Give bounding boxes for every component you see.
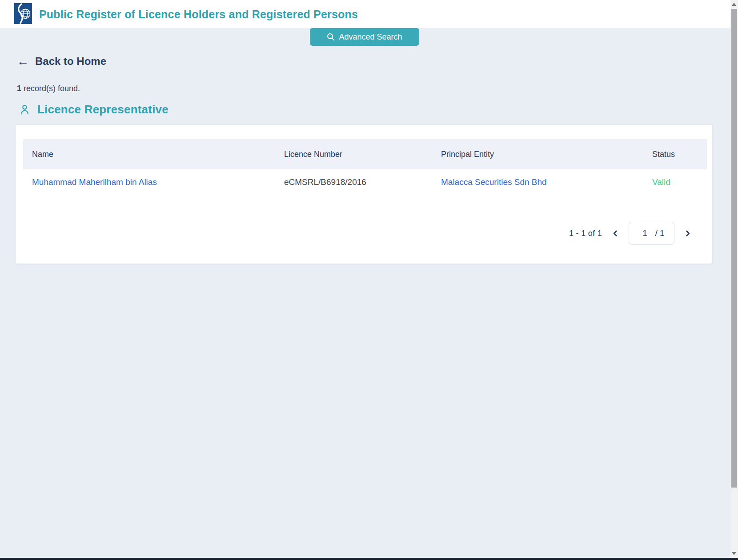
pagination-range-label: 1 - 1 of 1 — [569, 229, 602, 238]
principal-entity-link[interactable]: Malacca Securities Sdn Bhd — [441, 177, 652, 187]
table-row: Muhammad Maherilham bin Alias eCMSRL/B69… — [23, 169, 707, 195]
left-arrow-icon: ← — [17, 56, 29, 68]
back-to-home-link[interactable]: ← Back to Home — [17, 55, 106, 68]
records-suffix: record(s) found. — [24, 84, 80, 93]
column-header-name: Name — [32, 150, 284, 159]
next-page-button[interactable] — [682, 228, 694, 239]
person-icon — [19, 104, 31, 116]
chevron-left-icon — [610, 228, 620, 238]
scrollbar-thumb[interactable] — [731, 9, 737, 488]
scrollbar-up-arrow-icon[interactable] — [732, 3, 736, 6]
advanced-search-button[interactable]: Advanced Search — [310, 28, 419, 46]
bottom-bar — [0, 558, 738, 560]
pagination: 1 - 1 of 1 / 1 — [569, 222, 694, 245]
page-number-box: / 1 — [629, 222, 674, 245]
column-header-licence-number: Licence Number — [284, 150, 441, 159]
records-found-summary: 1record(s) found. — [17, 84, 80, 93]
app-header: Public Register of Licence Holders and R… — [0, 0, 730, 29]
search-icon — [327, 33, 335, 41]
licence-holder-name-link[interactable]: Muhammad Maherilham bin Alias — [32, 177, 284, 187]
page-number-input[interactable] — [638, 228, 651, 238]
scrollbar-down-arrow-icon[interactable] — [732, 552, 736, 555]
section-title: Licence Representative — [37, 103, 168, 116]
column-header-status: Status — [652, 150, 707, 159]
section-heading: Licence Representative — [19, 103, 168, 116]
column-header-principal-entity: Principal Entity — [441, 150, 652, 159]
records-count: 1 — [17, 84, 21, 93]
back-to-home-label: Back to Home — [35, 55, 106, 68]
page-total-label: / 1 — [655, 228, 664, 238]
scrollbar[interactable] — [730, 0, 738, 558]
previous-page-button[interactable] — [610, 228, 621, 239]
licence-number-value: eCMSRL/B6918/2016 — [284, 177, 441, 187]
page-title: Public Register of Licence Holders and R… — [39, 0, 358, 28]
status-badge: Valid — [652, 177, 707, 187]
advanced-search-label: Advanced Search — [339, 32, 402, 42]
sc-malaysia-logo-icon — [14, 3, 32, 24]
table-header-row: Name Licence Number Principal Entity Sta… — [23, 139, 707, 169]
page-root: Public Register of Licence Holders and R… — [0, 0, 738, 560]
results-card: Name Licence Number Principal Entity Sta… — [16, 125, 712, 264]
chevron-right-icon — [683, 228, 693, 238]
